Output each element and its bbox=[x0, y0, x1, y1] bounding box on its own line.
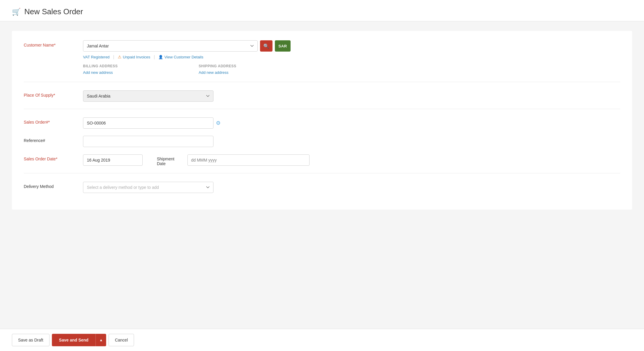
person-icon: 👤 bbox=[158, 55, 163, 59]
customer-name-row: Customer Name* Jamal Antar 🔍 SAR VAT Reg… bbox=[24, 40, 620, 75]
reference-input[interactable] bbox=[83, 136, 213, 147]
view-customer-link[interactable]: 👤 View Customer Details bbox=[158, 55, 203, 59]
sales-order-date-label: Sales Order Date* bbox=[24, 154, 83, 161]
vat-registered-link[interactable]: VAT Registered bbox=[83, 55, 110, 59]
save-draft-button[interactable]: Save as Draft bbox=[12, 334, 50, 346]
customer-name-select[interactable]: Jamal Antar bbox=[83, 40, 258, 52]
sales-order-wrapper: ⚙ bbox=[83, 117, 291, 129]
sales-order-label: Sales Order#* bbox=[24, 117, 83, 125]
chevron-up-icon: ▲ bbox=[99, 338, 103, 342]
delivery-method-select[interactable]: Select a delivery method or type to add bbox=[83, 182, 213, 193]
customer-name-wrapper: Jamal Antar 🔍 SAR VAT Registered | ⚠ Unp… bbox=[83, 40, 291, 75]
cancel-button[interactable]: Cancel bbox=[109, 334, 134, 346]
sar-button[interactable]: SAR bbox=[275, 40, 291, 52]
page-title: 🛒 New Sales Order bbox=[12, 7, 632, 16]
warning-icon: ⚠ bbox=[118, 55, 122, 59]
search-button[interactable]: 🔍 bbox=[260, 40, 272, 52]
reference-label: Reference# bbox=[24, 136, 83, 143]
shipment-date-label: Shipment Date bbox=[157, 154, 183, 166]
sales-order-date-input[interactable] bbox=[83, 154, 143, 166]
link-divider-2: | bbox=[154, 55, 155, 59]
shipping-address-title: SHIPPING ADDRESS bbox=[199, 64, 291, 68]
shipping-address-block: SHIPPING ADDRESS Add new address bbox=[199, 64, 291, 75]
shipping-add-address-link[interactable]: Add new address bbox=[199, 70, 228, 75]
link-divider-1: | bbox=[113, 55, 114, 59]
save-send-dropdown-button[interactable]: ▲ bbox=[95, 334, 106, 346]
save-send-group: Save and Send ▲ bbox=[52, 334, 106, 346]
billing-address-block: BILLING ADDRESS Add new address bbox=[83, 64, 175, 75]
billing-add-address-link[interactable]: Add new address bbox=[83, 70, 113, 75]
delivery-method-label: Delivery Method bbox=[24, 182, 83, 189]
place-of-supply-row: Place Of Supply* Saudi Arabia bbox=[24, 90, 620, 102]
shipment-date-input[interactable] bbox=[187, 154, 310, 166]
customer-name-label: Customer Name* bbox=[24, 40, 83, 47]
date-row: Sales Order Date* Shipment Date bbox=[24, 154, 620, 166]
sales-order-row: Sales Order#* ⚙ bbox=[24, 117, 620, 129]
delivery-method-wrapper: Select a delivery method or type to add bbox=[83, 182, 291, 193]
billing-address-title: BILLING ADDRESS bbox=[83, 64, 175, 68]
save-send-button[interactable]: Save and Send bbox=[52, 334, 96, 346]
sales-order-input[interactable] bbox=[83, 117, 213, 129]
unpaid-invoices-link[interactable]: ⚠ Unpaid Invoices bbox=[118, 55, 150, 59]
date-wrapper: Shipment Date bbox=[83, 154, 291, 166]
reference-row: Reference# bbox=[24, 136, 620, 147]
place-of-supply-select[interactable]: Saudi Arabia bbox=[83, 90, 213, 102]
reference-wrapper bbox=[83, 136, 291, 147]
cart-icon: 🛒 bbox=[12, 8, 21, 16]
place-of-supply-wrapper: Saudi Arabia bbox=[83, 90, 291, 102]
gear-icon[interactable]: ⚙ bbox=[216, 120, 221, 126]
footer-bar: Save as Draft Save and Send ▲ Cancel bbox=[0, 329, 644, 351]
search-icon: 🔍 bbox=[263, 43, 269, 49]
delivery-method-row: Delivery Method Select a delivery method… bbox=[24, 182, 620, 193]
place-of-supply-label: Place Of Supply* bbox=[24, 90, 83, 98]
